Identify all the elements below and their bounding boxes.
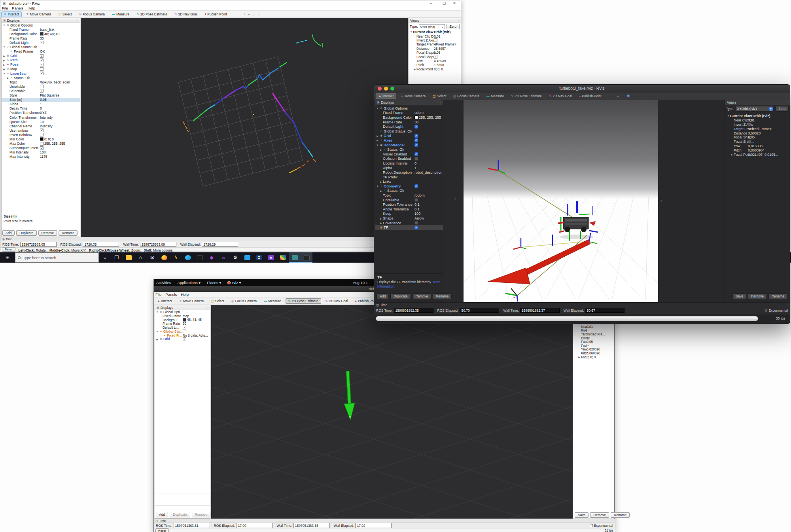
property-value[interactable]: /odom — [414, 193, 443, 197]
firefox-icon[interactable] — [158, 252, 170, 263]
checkbox[interactable] — [414, 221, 418, 225]
property-value[interactable]: ✓ — [414, 143, 443, 147]
expander-arrow[interactable]: ▶ — [376, 139, 379, 142]
visual-studio-icon[interactable]: ∞ — [218, 252, 229, 263]
property-value[interactable]: 255; 255; 255 — [414, 115, 443, 119]
tool-measure[interactable]: ▬Measure — [484, 93, 507, 99]
expander-arrow[interactable]: ▶ — [379, 217, 383, 220]
property-value[interactable]: ✓ — [40, 41, 79, 44]
property-value[interactable]: Arrow — [414, 216, 443, 220]
property-value[interactable]: Intensity — [40, 115, 79, 119]
rename-button[interactable]: Rename — [768, 293, 787, 299]
taskbar-search[interactable]: Type here to search — [15, 252, 99, 263]
undock-icon[interactable]: ▫ — [787, 101, 788, 104]
undock-icon[interactable]: ▫ — [208, 306, 208, 309]
tree-row[interactable]: Target Frame<Fixed Frame> — [409, 42, 461, 46]
tree-row[interactable]: Min Intensity108 — [2, 150, 80, 155]
property-value[interactable]: ✓ — [40, 129, 79, 132]
tree-row[interactable]: Invert Rainbow — [2, 133, 80, 137]
undock-icon[interactable]: ▫ — [613, 519, 613, 522]
remove-button[interactable]: Remove — [413, 293, 431, 299]
property-value[interactable]: ✓ — [183, 337, 210, 341]
menu-help[interactable]: Help — [181, 292, 189, 297]
tree-row[interactable]: ▼⚙Global Opti... — [155, 310, 210, 314]
property-value[interactable]: 0.05 — [434, 51, 460, 55]
expander-arrow[interactable]: ▶ — [2, 59, 6, 62]
tree-row[interactable]: Position Tolerance0,1 — [375, 202, 443, 207]
checkbox[interactable]: ✓ — [414, 125, 418, 129]
undock-icon[interactable]: ▫ — [440, 101, 441, 104]
time-field[interactable]: 17.09 — [236, 523, 272, 528]
tree-row[interactable]: Frame Rate30 — [375, 120, 443, 125]
property-value[interactable]: ✓ — [414, 134, 443, 138]
expander-arrow[interactable]: ▶ — [577, 356, 581, 358]
property-value[interactable]: 30 — [183, 322, 210, 326]
property-value[interactable]: ✓ — [183, 326, 210, 329]
tree-row[interactable]: Queue Size10 — [2, 119, 80, 124]
checkbox[interactable] — [414, 198, 418, 202]
tree-row[interactable]: Fixed Frameodom — [375, 111, 443, 115]
property-value[interactable]: 0 — [414, 161, 443, 165]
tree-row[interactable]: Collision Enabled — [375, 157, 443, 161]
expander-arrow[interactable]: ▶ — [2, 68, 6, 70]
maximize-button[interactable] — [390, 87, 394, 91]
rename-button[interactable]: Rename — [611, 512, 630, 518]
property-value[interactable]: 0; 0; 0 — [40, 137, 79, 141]
tree-row[interactable]: Distance25.5957 — [409, 47, 461, 51]
checkbox[interactable]: ✓ — [40, 63, 44, 66]
tree-row[interactable]: Fixed Framebase_link — [2, 27, 80, 32]
ros-grid-icon[interactable] — [277, 252, 289, 263]
tree-row[interactable]: Target Frame<Fixed Frame> — [725, 127, 790, 131]
3d-viewport[interactable] — [211, 305, 573, 519]
property-value[interactable]: 255; 255; 255 — [40, 142, 79, 146]
property-value[interactable] — [40, 67, 79, 71]
displays-panel-header[interactable]: ▣ Displays ▫ — [155, 305, 210, 310]
property-value[interactable]: 0.05 — [40, 98, 79, 102]
checkbox[interactable] — [748, 123, 751, 126]
reset-button[interactable]: Reset — [155, 528, 169, 532]
tree-row[interactable]: Position TransformerXYZ — [2, 111, 80, 115]
tree-row[interactable]: Frame Rate30 — [155, 322, 210, 326]
diamond-icon[interactable]: ◆ — [206, 252, 218, 263]
minimize-button[interactable] — [384, 87, 388, 91]
tree-row[interactable]: Backgrou...48; 48; 48 — [155, 318, 210, 322]
collapse-left-icon[interactable]: ‹ — [454, 197, 456, 201]
tree-row[interactable]: Visual Enabled✓ — [375, 152, 443, 157]
tree-row[interactable]: ▶ShapeArrow — [375, 216, 443, 221]
checkbox[interactable] — [40, 133, 44, 136]
property-value[interactable]: <Fixed Frame> — [434, 42, 460, 46]
add-button[interactable]: Add — [377, 293, 389, 299]
tree-row[interactable]: Yaw0,815398 — [725, 144, 790, 148]
close-button[interactable]: ✕ — [448, 0, 461, 6]
expander-arrow[interactable]: ▶ — [413, 68, 416, 70]
checkbox[interactable]: ✓ — [183, 337, 186, 341]
tree-row[interactable]: Pitch0.860398 — [573, 351, 614, 355]
tree-row[interactable]: Focal Shape...✓ — [409, 55, 461, 59]
duplicate-button[interactable]: Duplicate — [170, 512, 190, 517]
property-value[interactable]: No tf data. Actu... — [183, 333, 210, 337]
time-field[interactable]: 1596801882.37 — [520, 308, 560, 313]
property-value[interactable]: OK — [40, 49, 79, 53]
tool-publish-point[interactable]: ♦Publish Point — [576, 93, 604, 99]
toolbar-extra-icon[interactable]: ◉ — [626, 94, 630, 99]
tree-row[interactable]: Yaw0.820398 — [573, 348, 614, 352]
experimental-toggle[interactable]: Experimental — [590, 524, 613, 528]
tree-row[interactable]: ▼⚙Global Options — [2, 23, 80, 27]
tree-row[interactable]: ▶✓Status: Ok — [2, 76, 80, 80]
close-button[interactable] — [378, 87, 382, 91]
expander-arrow[interactable]: ▶ — [155, 338, 159, 341]
gnome-places[interactable]: Places ▾ — [207, 280, 221, 285]
expander-arrow[interactable]: ▼ — [2, 24, 6, 27]
property-value[interactable]: ✓ — [40, 89, 79, 93]
tree-row[interactable]: Decay Time0 — [2, 106, 80, 111]
tree-row[interactable]: Robot Descriptionrobot_description — [375, 170, 443, 175]
property-value[interactable] — [40, 133, 79, 136]
property-value[interactable]: odom — [414, 111, 443, 115]
checkbox[interactable]: ✓ — [40, 41, 44, 44]
checkbox[interactable]: ✓ — [40, 89, 44, 93]
property-value[interactable]: 108 — [40, 150, 79, 154]
tree-row[interactable]: Topic/hokuyo_back_scan — [2, 80, 80, 84]
remove-button[interactable]: Remove — [192, 512, 211, 517]
property-value[interactable] — [434, 38, 460, 42]
property-value[interactable]: 0,1 — [414, 207, 443, 211]
